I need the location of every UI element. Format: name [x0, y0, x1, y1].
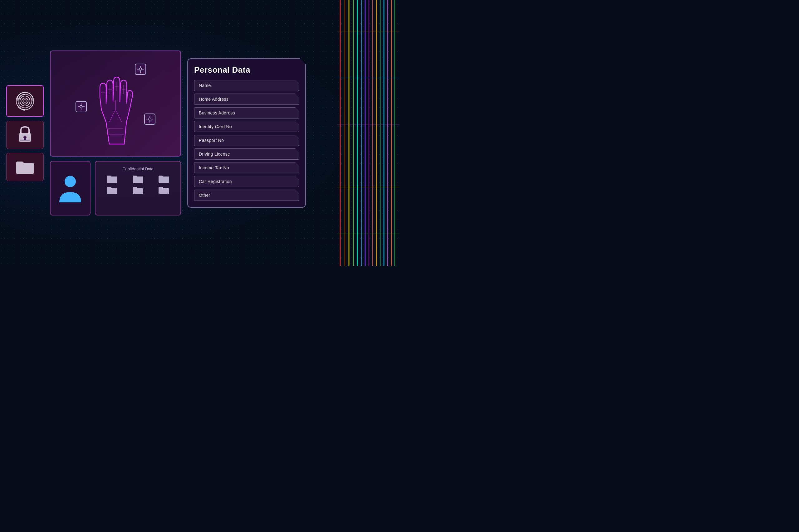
center-area: Confidential Data: [50, 51, 181, 215]
field-name[interactable]: Name: [194, 80, 299, 91]
svg-rect-27: [24, 137, 26, 140]
avatar-icon: [58, 173, 83, 204]
field-income-tax-no[interactable]: Income Tax No: [194, 162, 299, 173]
mini-folder-icon-6: [158, 186, 169, 194]
folder-grid: [101, 174, 176, 194]
lock-icon-wrap: [15, 125, 35, 145]
folder-card: [6, 153, 44, 181]
field-business-address[interactable]: Business Address: [194, 107, 299, 118]
left-icons-column: [6, 85, 44, 181]
folder-icon-wrap: [15, 157, 35, 177]
circuit-node-bottom: [144, 114, 156, 125]
circuit-node-mid: [75, 101, 87, 112]
field-identity-card-no[interactable]: Identity Card No: [194, 121, 299, 132]
circuit-node-top: [135, 63, 146, 75]
fingerprint-icon: [14, 90, 36, 112]
avatar-card: [50, 161, 91, 215]
svg-point-22: [20, 96, 30, 106]
hand-scan-panel: [50, 51, 181, 156]
field-home-address[interactable]: Home Address: [194, 94, 299, 105]
svg-point-60: [65, 176, 76, 187]
lock-icon: [17, 125, 33, 144]
personal-data-panel: Personal Data Name Home Address Business…: [187, 58, 306, 208]
mini-folder-icon-5: [132, 186, 144, 194]
mini-folder-5: [126, 186, 150, 194]
mini-folder-1: [101, 174, 124, 183]
fingerprint-card: [6, 85, 44, 117]
field-driving-license[interactable]: Driving License: [194, 148, 299, 160]
confidential-title: Confidential Data: [101, 167, 176, 171]
svg-point-23: [22, 98, 28, 104]
mini-folder-icon-1: [106, 174, 118, 183]
field-passport-no[interactable]: Passport No: [194, 135, 299, 146]
bottom-center-row: Confidential Data: [50, 161, 181, 215]
svg-point-30: [139, 68, 142, 71]
main-container: Confidential Data: [0, 0, 399, 266]
field-car-registration[interactable]: Car Registration: [194, 176, 299, 187]
folder-icon: [16, 159, 34, 175]
personal-data-title: Personal Data: [194, 65, 299, 75]
mini-folder-2: [126, 174, 150, 183]
mini-folder-6: [152, 186, 176, 194]
svg-point-35: [80, 106, 83, 108]
lock-card: [6, 121, 44, 149]
mini-folder-icon-2: [132, 174, 144, 183]
svg-point-24: [24, 100, 26, 102]
svg-point-40: [149, 118, 151, 120]
mini-folder-4: [101, 186, 124, 194]
mini-folder-icon-3: [158, 174, 169, 183]
mini-folder-icon-4: [106, 186, 118, 194]
mini-folder-3: [152, 174, 176, 183]
field-other[interactable]: Other: [194, 190, 299, 201]
confidential-data-card: Confidential Data: [95, 161, 181, 215]
hand-inner: [51, 51, 180, 156]
